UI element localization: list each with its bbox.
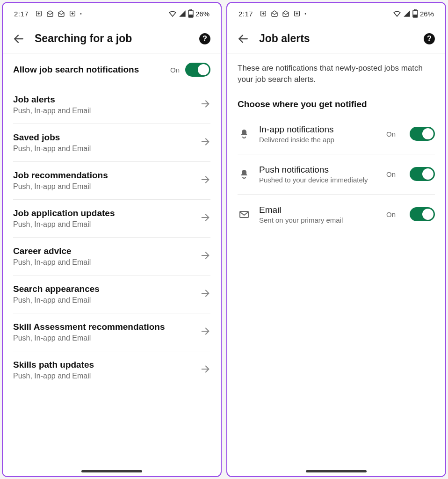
chevron-right-icon — [200, 99, 210, 111]
notification-channel-row: Email Sent on your primary email On — [227, 195, 445, 234]
channel-subtitle: Delivered inside the app — [259, 136, 378, 144]
status-mail-icon-2 — [282, 10, 289, 17]
chevron-right-icon — [200, 326, 210, 338]
help-button[interactable]: ? — [422, 31, 437, 46]
row-subtitle: Push, In-app and Email — [13, 220, 200, 229]
row-title: Job alerts — [13, 94, 200, 105]
status-time: 2:17 — [14, 10, 29, 18]
row-title: Skill Assessment recommendations — [13, 322, 200, 332]
settings-row[interactable]: Job alerts Push, In-app and Email — [3, 86, 221, 123]
status-more-dot: • — [80, 11, 82, 16]
signal-icon — [179, 10, 186, 17]
status-mail-icon — [46, 10, 54, 17]
mail-icon — [238, 209, 251, 220]
channel-toggle[interactable] — [410, 127, 435, 141]
allow-notifications-row: Allow job search notifications On — [3, 53, 221, 86]
svg-rect-20 — [413, 15, 417, 17]
page-title: Job alerts — [259, 32, 413, 45]
status-bar: 2:17 • 26% — [3, 3, 221, 24]
channel-title: Email — [259, 205, 378, 215]
channel-toggle[interactable] — [410, 167, 435, 181]
battery-percent: 26% — [420, 10, 434, 18]
status-time: 2:17 — [238, 10, 253, 18]
back-button[interactable] — [11, 31, 26, 46]
row-title: Skills path updates — [13, 360, 200, 370]
chevron-right-icon — [200, 250, 210, 262]
chevron-right-icon — [200, 364, 210, 376]
row-title: Career advice — [13, 246, 200, 256]
content: Allow job search notifications On Job al… — [3, 53, 221, 476]
svg-rect-4 — [189, 15, 192, 17]
battery-icon — [412, 9, 418, 18]
svg-rect-3 — [190, 9, 192, 10]
channel-title: In-app notifications — [259, 124, 378, 135]
row-title: Job application updates — [13, 208, 200, 218]
help-button[interactable]: ? — [197, 31, 212, 46]
intro-text: These are notifications that newly-poste… — [227, 53, 445, 90]
chevron-right-icon — [200, 212, 210, 225]
battery-icon — [188, 9, 194, 18]
row-subtitle: Push, In-app and Email — [13, 258, 200, 267]
svg-text:?: ? — [202, 34, 207, 43]
bell-icon — [238, 128, 251, 139]
channel-toggle[interactable] — [410, 207, 435, 221]
channel-subtitle: Pushed to your device immediately — [259, 176, 378, 184]
settings-row[interactable]: Skill Assessment recommendations Push, I… — [3, 313, 221, 351]
settings-row[interactable]: Career advice Push, In-app and Email — [3, 238, 221, 275]
row-subtitle: Push, In-app and Email — [13, 182, 200, 191]
status-mail-icon — [271, 10, 278, 17]
row-subtitle: Push, In-app and Email — [13, 334, 200, 342]
allow-notifications-toggle[interactable] — [185, 63, 210, 77]
channel-state: On — [386, 130, 396, 138]
row-subtitle: Push, In-app and Email — [13, 372, 200, 380]
settings-row[interactable]: Skills path updates Push, In-app and Ema… — [3, 351, 221, 389]
settings-row[interactable]: Job recommendations Push, In-app and Ema… — [3, 162, 221, 199]
wifi-icon — [393, 9, 401, 18]
row-title: Job recommendations — [13, 170, 200, 181]
notification-channel-row: Push notifications Pushed to your device… — [227, 154, 445, 194]
screen-searching-for-a-job: 2:17 • 26% Searching for a job ? Allow j… — [2, 2, 222, 477]
page-title: Searching for a job — [35, 32, 189, 45]
status-bar: 2:17 • 26% — [227, 3, 445, 24]
chevron-right-icon — [200, 174, 210, 187]
row-subtitle: Push, In-app and Email — [13, 296, 200, 305]
channel-title: Push notifications — [259, 165, 378, 175]
status-mail-icon-2 — [58, 10, 65, 17]
row-title: Search appearances — [13, 284, 200, 294]
screen-job-alerts: 2:17 • 26% Job alerts ? These are notifi… — [226, 2, 446, 477]
signal-icon — [403, 10, 411, 17]
svg-text:?: ? — [427, 34, 432, 43]
back-button[interactable] — [236, 31, 251, 46]
notification-channel-row: In-app notifications Delivered inside th… — [227, 114, 445, 154]
channel-subtitle: Sent on your primary email — [259, 216, 378, 224]
home-indicator[interactable] — [306, 470, 367, 472]
row-title: Saved jobs — [13, 132, 200, 143]
chevron-right-icon — [200, 137, 210, 149]
row-subtitle: Push, In-app and Email — [13, 145, 200, 153]
settings-row[interactable]: Search appearances Push, In-app and Emai… — [3, 276, 221, 313]
status-app-icon-2 — [293, 10, 301, 17]
allow-notifications-label: Allow job search notifications — [13, 65, 170, 75]
allow-notifications-state: On — [170, 66, 180, 74]
home-indicator[interactable] — [81, 470, 142, 472]
status-app-icon — [260, 10, 267, 17]
channel-state: On — [386, 210, 396, 218]
app-bar: Job alerts ? — [227, 24, 445, 53]
status-app-icon — [35, 10, 43, 17]
wifi-icon — [168, 9, 177, 18]
settings-row[interactable]: Job application updates Push, In-app and… — [3, 200, 221, 237]
status-app-icon-2 — [69, 10, 76, 17]
section-header: Choose where you get notified — [227, 90, 445, 114]
settings-row[interactable]: Saved jobs Push, In-app and Email — [3, 124, 221, 161]
bell-icon — [238, 168, 251, 180]
status-more-dot: • — [304, 11, 306, 16]
channel-state: On — [386, 170, 396, 178]
row-subtitle: Push, In-app and Email — [13, 107, 200, 115]
app-bar: Searching for a job ? — [3, 24, 221, 53]
battery-percent: 26% — [195, 10, 210, 18]
svg-rect-19 — [414, 9, 416, 10]
chevron-right-icon — [200, 288, 210, 300]
content: These are notifications that newly-poste… — [227, 53, 445, 476]
